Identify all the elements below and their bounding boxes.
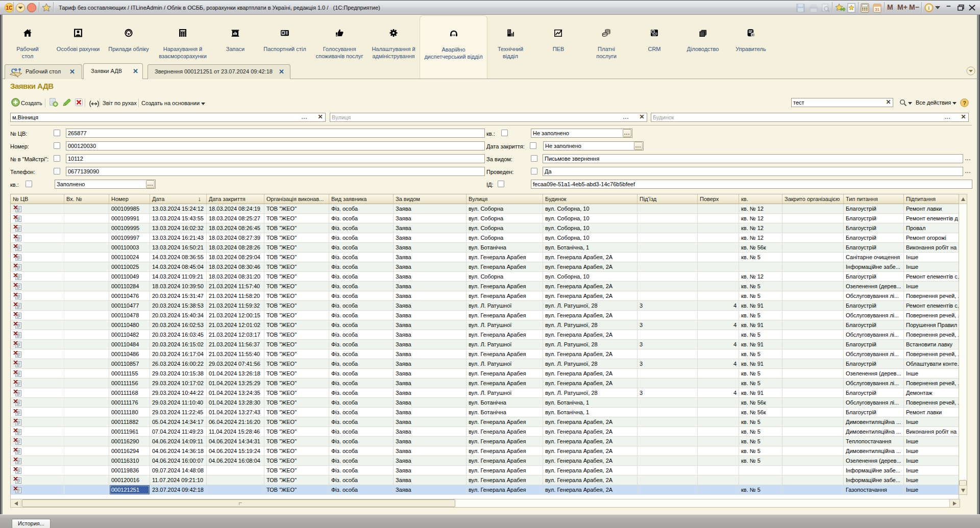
svg-text:1С: 1С	[6, 5, 13, 11]
svg-text:i: i	[928, 5, 930, 11]
svg-text:31: 31	[875, 7, 879, 12]
svg-text:?: ?	[963, 100, 966, 106]
